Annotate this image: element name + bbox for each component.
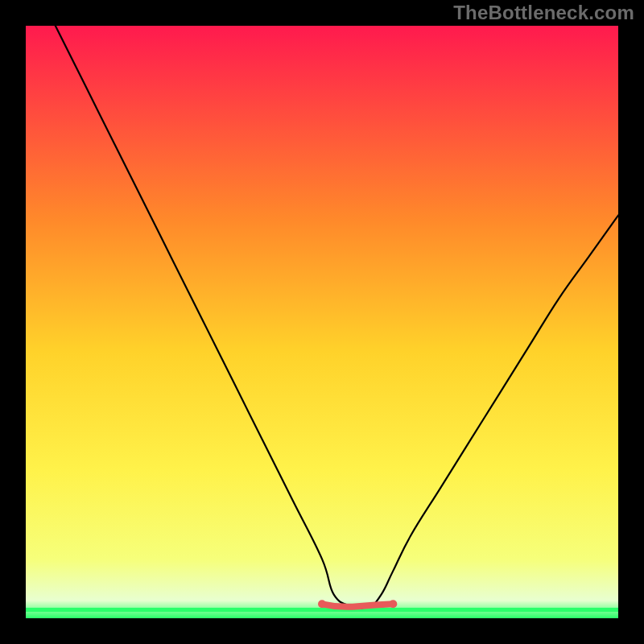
red-dot-right bbox=[389, 600, 397, 608]
plot-area bbox=[26, 26, 618, 618]
bottleneck-chart bbox=[0, 0, 644, 644]
baseline-green-line bbox=[26, 608, 618, 612]
flat-minimum-band bbox=[322, 604, 393, 607]
red-dot-left bbox=[318, 600, 326, 608]
